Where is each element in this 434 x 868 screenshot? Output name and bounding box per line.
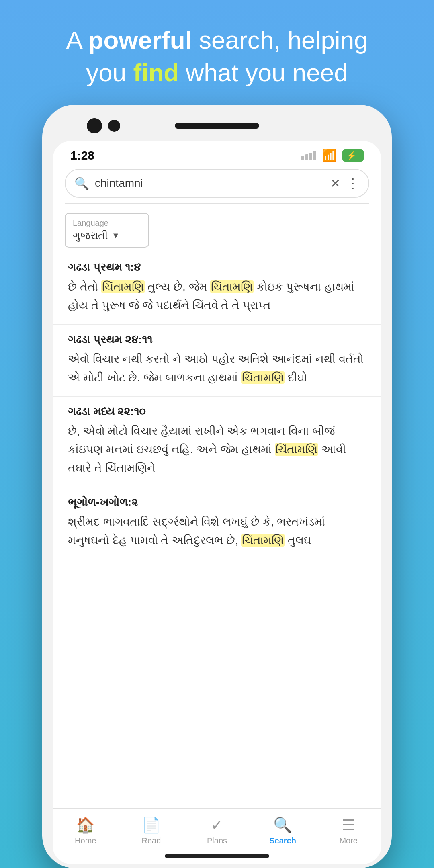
search-nav-label: Search bbox=[269, 836, 296, 845]
result-item[interactable]: ગઢડા પ્રથમ ૨૪:૧૧એવો વિચાર નથી કરતો ને આઠ… bbox=[53, 325, 381, 397]
status-time: 1:28 bbox=[70, 149, 94, 162]
battery-icon: ⚡ bbox=[342, 149, 364, 162]
result-text: એવો વિચાર નથી કરતો ને આઠો પહોર અતિશે આનં… bbox=[68, 350, 366, 387]
clear-icon[interactable]: ✕ bbox=[330, 176, 340, 190]
home-icon: 🏠 bbox=[76, 816, 95, 834]
search-bar[interactable]: 🔍 chintamni ✕ ⋮ bbox=[65, 169, 369, 198]
result-item[interactable]: ગઢડા મધ્ય ૨૨:૧૦છે, એવો મોટો વિચાર હૈયામા… bbox=[53, 397, 381, 487]
more-nav-icon: ☰ bbox=[342, 816, 355, 834]
phone-top-bar bbox=[53, 116, 381, 135]
phone-frame: 1:28 📶 ⚡ 🔍 chintamni ✕ ⋮ bbox=[42, 105, 392, 868]
read-label: Read bbox=[141, 836, 161, 845]
result-text: શ્રીમ‍દ ભા‍ગ‍વ‍તા‍દિ સ‍દ્‍ગ્‍ર‍ં‍થ‍ો‍ને … bbox=[68, 513, 366, 550]
language-dropdown-icon[interactable]: ▼ bbox=[112, 231, 120, 240]
signal-icon bbox=[301, 151, 316, 160]
language-selector[interactable]: Language ગુજરાતી ▼ bbox=[65, 213, 149, 248]
camera-right bbox=[108, 120, 120, 132]
result-title: ભૂ‍ગો‍ળ-ખ‍ગો‍ળ:૨ bbox=[68, 496, 366, 509]
plans-icon: ✓ bbox=[211, 816, 223, 834]
result-item[interactable]: ગઢડા પ્રથમ ૧:૪છે તેતો ચિંતામણિ તુલ્ય છે,… bbox=[53, 252, 381, 324]
header-section: A powerful search, helping you find what… bbox=[34, 0, 400, 105]
status-bar: 1:28 📶 ⚡ bbox=[53, 141, 381, 166]
result-title: ગઢડા મધ્ય ૨૨:૧૦ bbox=[68, 405, 366, 418]
nav-item-search[interactable]: 🔍 Search bbox=[250, 816, 316, 845]
language-label: Language bbox=[73, 219, 141, 228]
nav-item-plans[interactable]: ✓ Plans bbox=[184, 816, 250, 845]
search-query[interactable]: chintamni bbox=[95, 177, 325, 190]
bottom-indicator bbox=[165, 854, 269, 858]
search-divider bbox=[65, 203, 369, 204]
nav-item-home[interactable]: 🏠 Home bbox=[53, 816, 119, 845]
result-item[interactable]: ભૂ‍ગો‍ળ-ખ‍ગો‍ળ:૨શ્રીમ‍દ ભા‍ગ‍વ‍તા‍દિ સ‍દ… bbox=[53, 487, 381, 559]
status-icons: 📶 ⚡ bbox=[301, 148, 364, 162]
wifi-icon: 📶 bbox=[322, 148, 337, 162]
phone-screen: 1:28 📶 ⚡ 🔍 chintamni ✕ ⋮ bbox=[53, 141, 381, 864]
results-list: ગઢડા પ્રથમ ૧:૪છે તેતો ચિંતામણિ તુલ્ય છે,… bbox=[53, 251, 381, 808]
search-icon: 🔍 bbox=[74, 176, 89, 190]
header-text-2: you find what you need bbox=[86, 59, 348, 86]
camera-left bbox=[87, 118, 102, 133]
notch-bar bbox=[175, 123, 259, 129]
header-bold: powerful bbox=[88, 26, 192, 54]
more-nav-label: More bbox=[339, 836, 358, 845]
home-label: Home bbox=[75, 836, 96, 845]
header-highlight: find bbox=[133, 59, 179, 86]
nav-item-more[interactable]: ☰ More bbox=[315, 816, 381, 845]
result-text: છે તેતો ચિંતામણિ તુલ્ય છે, જેમ ચિંતામણિ … bbox=[68, 278, 366, 315]
search-nav-icon: 🔍 bbox=[273, 816, 292, 834]
result-title: ગઢડા પ્રથમ ૨૪:૧૧ bbox=[68, 334, 366, 346]
header-text-1: A powerful search, helping bbox=[66, 26, 368, 54]
result-title: ગઢડા પ્રથમ ૧:૪ bbox=[68, 261, 366, 274]
read-icon: 📄 bbox=[142, 816, 161, 834]
more-icon[interactable]: ⋮ bbox=[346, 175, 360, 191]
bottom-nav: 🏠 Home 📄 Read ✓ Plans 🔍 Search ☰ More bbox=[53, 808, 381, 854]
plans-label: Plans bbox=[207, 836, 227, 845]
nav-item-read[interactable]: 📄 Read bbox=[119, 816, 184, 845]
result-text: છે, એવો મોટો વિચાર હૈયામાં રાખ‍ીને એક ભગ… bbox=[68, 422, 366, 478]
language-value: ગુજરાતી bbox=[73, 229, 108, 242]
